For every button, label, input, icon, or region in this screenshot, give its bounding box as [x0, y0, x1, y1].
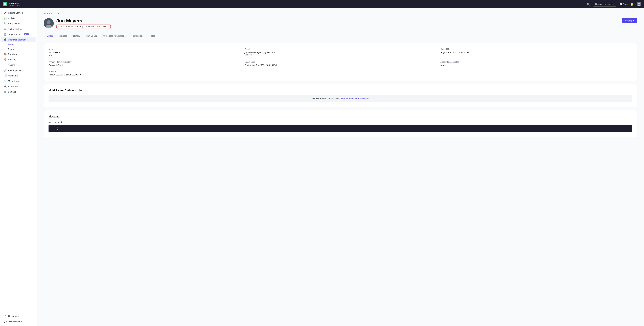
sidebar-item-actions[interactable]: ⚡ Actions › [1, 62, 36, 68]
sidebar-item-branding[interactable]: 🎨 Branding › [1, 52, 36, 57]
sidebar-item-activity[interactable]: 📊 Activity [1, 16, 36, 21]
settings-icon: ⚙️ [4, 90, 6, 93]
sidebar-subitem-users[interactable]: Users [8, 42, 36, 47]
line-content: { [56, 127, 58, 130]
sidebar-label-branding: Branding [8, 53, 17, 56]
svg-point-1 [638, 3, 640, 4]
search-icon[interactable]: 🔍 [587, 3, 590, 6]
name-value: Jon Meyers [48, 51, 240, 54]
main-content: ← Back to Users Jon Meyers user_id: goog… [37, 8, 644, 326]
sidebar-item-settings[interactable]: ⚙️ Settings [1, 89, 36, 94]
signed-up-label: Signed Up [440, 48, 632, 50]
sidebar-item-auth-pipeline[interactable]: 🔗 Auth Pipeline › [1, 68, 36, 73]
code-block: 1 { [48, 125, 632, 132]
user-header: Jon Meyers user_id: google-oauth2|117240… [44, 18, 637, 29]
top-navigation: S supabase Development ▾ 🔍 Discuss your … [0, 0, 644, 8]
mfa-enrollment-link[interactable]: Send an enrollment invitation [340, 97, 369, 100]
sidebar-label-actions: Actions [8, 64, 15, 66]
sidebar-label-applications: Applications [8, 22, 20, 25]
latest-login-value: September 7th 2021, 2:09:18 PM [244, 64, 436, 66]
logo[interactable]: S [3, 2, 8, 7]
email-verified: (verified) [244, 54, 436, 56]
sidebar: 🚀 Getting Started 📊 Activity 🔧 Applicati… [0, 8, 37, 326]
back-label: Back to Users [47, 12, 60, 15]
sidebar-label-user-management: User Management [8, 39, 26, 41]
accounts-associated-label: Accounts Associated [440, 61, 632, 63]
sidebar-label-extensions: Extensions [8, 85, 19, 88]
sidebar-item-give-feedback[interactable]: 💬 Give feedback [1, 318, 36, 324]
tab-history[interactable]: History [70, 33, 83, 39]
code-line-1: 1 { [51, 127, 630, 130]
user-id-badge: user_id: google-oauth2|11724069674694349… [56, 25, 111, 29]
sidebar-item-authentication[interactable]: 🔒 Authentication › [1, 26, 36, 32]
marketplace-icon: 🛒 [4, 80, 6, 82]
support-icon: ❓ [4, 314, 6, 317]
sidebar-label-authentication: Authentication [8, 28, 22, 30]
security-icon: 🛡️ [4, 58, 6, 61]
sidebar-subitem-roles[interactable]: Roles [8, 47, 36, 52]
chevron-right-icon: › [32, 69, 33, 71]
browser-label: Browser [48, 70, 240, 73]
sidebar-item-user-management[interactable]: 👤 User Management ⌄ [1, 37, 36, 42]
chevron-right-icon: › [32, 23, 33, 25]
page-layout: 🚀 Getting Started 📊 Activity 🔧 Applicati… [0, 8, 644, 326]
tab-details[interactable]: Details [44, 33, 56, 39]
svg-point-6 [47, 20, 50, 24]
tab-permissions[interactable]: Permissions [128, 33, 146, 39]
sidebar-label-settings: Settings [8, 91, 16, 93]
sidebar-item-security[interactable]: 🛡️ Security › [1, 57, 36, 62]
sidebar-item-applications[interactable]: 🔧 Applications › [1, 21, 36, 26]
back-to-users-link[interactable]: ← Back to Users [44, 12, 637, 15]
mfa-notice-text: MFA is enabled for this user. [312, 97, 340, 100]
user-icon: 👤 [4, 38, 6, 41]
project-chevron-icon[interactable]: ▾ [22, 3, 23, 5]
mfa-title: Multi-Factor Authentication [48, 89, 632, 92]
user-avatar-topnav[interactable] [636, 2, 641, 7]
info-identity-provider: Primary Identity Provider Google / Gmail [48, 61, 240, 66]
sidebar-item-get-support[interactable]: ❓ Get support [1, 313, 36, 318]
tab-roles[interactable]: Roles [146, 33, 158, 39]
sidebar-label-give-feedback: Give feedback [8, 320, 22, 323]
sidebar-item-getting-started[interactable]: 🚀 Getting Started [1, 10, 36, 16]
tab-devices[interactable]: Devices [56, 33, 70, 39]
back-arrow-icon: ← [44, 12, 46, 15]
sidebar-sub-user-management: Users Roles [0, 42, 37, 52]
sidebar-label-auth-pipeline: Auth Pipeline [8, 69, 21, 72]
docs-link[interactable]: 📖 Docs [620, 3, 628, 5]
monitoring-icon: 📈 [4, 74, 6, 77]
name-label: Name [48, 48, 240, 50]
tab-authorized-apps[interactable]: Authorized Applications [100, 33, 128, 39]
actions-button[interactable]: Actions ▾ [622, 18, 637, 23]
sidebar-label-marketplace: Marketplace [8, 80, 20, 82]
sidebar-label-monitoring: Monitoring [8, 75, 18, 77]
sidebar-nav: 🚀 Getting Started 📊 Activity 🔧 Applicati… [0, 8, 37, 311]
info-grid: Name Jon Meyers Edit Email jonathon.d.me… [48, 48, 632, 76]
applications-icon: 🔧 [4, 22, 6, 25]
chevron-right-icon: › [32, 28, 33, 30]
feedback-icon: 💬 [4, 320, 6, 323]
tab-raw-json[interactable]: Raw JSON [83, 33, 100, 39]
user-name: Jon Meyers [56, 18, 619, 24]
new-badge: NEW [24, 33, 29, 35]
identity-provider-label: Primary Identity Provider [48, 61, 240, 63]
sidebar-item-monitoring[interactable]: 📈 Monitoring › [1, 73, 36, 78]
pipeline-icon: 🔗 [4, 69, 6, 72]
lock-icon: 🔒 [4, 28, 6, 30]
sidebar-item-marketplace[interactable]: 🛒 Marketplace [1, 78, 36, 84]
actions-label: Actions [625, 20, 632, 22]
edit-link[interactable]: Edit [48, 54, 240, 57]
chevron-right-icon: › [32, 75, 33, 77]
browser-value: Firefox 92.0.0 / Mac OS X 10.15.0 [48, 74, 240, 76]
notification-icon[interactable]: 🔔 [630, 3, 634, 6]
project-info[interactable]: supabase Development [9, 2, 20, 7]
line-number: 1 [51, 127, 54, 130]
accounts-associated-value: None [440, 64, 632, 66]
details-card: Name Jon Meyers Edit Email jonathon.d.me… [44, 43, 637, 81]
sidebar-item-organizations[interactable]: 🏢 Organizations NEW [1, 32, 36, 37]
info-accounts-associated: Accounts Associated None [440, 61, 632, 66]
sidebar-item-extensions[interactable]: 🔌 Extensions [1, 84, 36, 89]
discuss-button[interactable]: Discuss your needs [593, 2, 617, 7]
mfa-notice: MFA is enabled for this user. Send an en… [48, 95, 632, 102]
mfa-card: Multi-Factor Authentication MFA is enabl… [44, 84, 637, 107]
topnav-right: 🔍 Discuss your needs 📖 Docs 🔔 [587, 2, 641, 7]
